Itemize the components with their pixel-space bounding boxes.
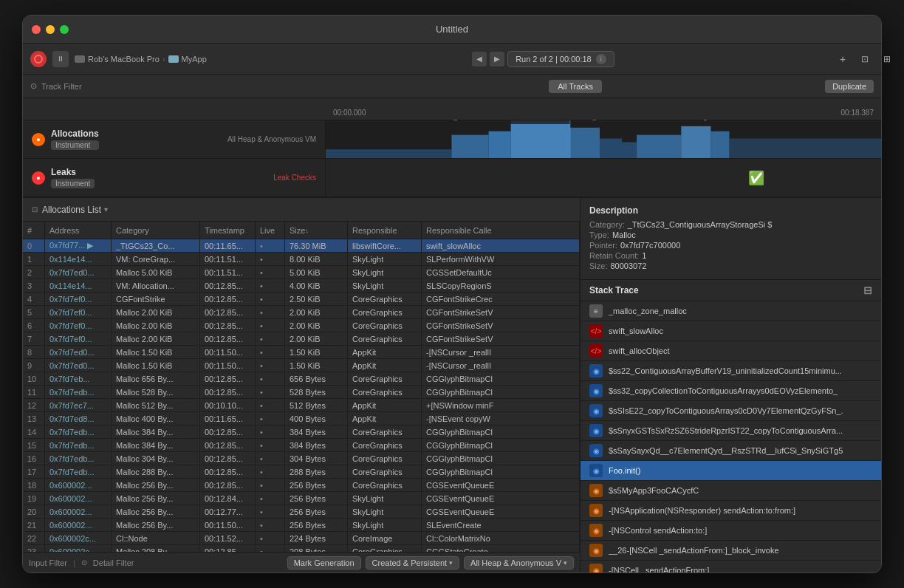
all-heap-button[interactable]: All Heap & Anonymous V ▾ [464, 556, 574, 570]
table-row[interactable]: 190x600002...Malloc 256 By...00:12.84...… [23, 492, 580, 505]
created-persistent-button[interactable]: Created & Persistent ▾ [366, 556, 460, 570]
stack-item[interactable]: ◉$sSnyxGSTsSxRzSZ6StrideRpzrIST22_copyTo… [581, 421, 881, 441]
stack-item[interactable]: ◉__26-[NSCell _sendActionFrom:]_block_in… [581, 541, 881, 561]
table-row[interactable]: 130x7fd7ed8...Malloc 400 By...00:11.65..… [23, 412, 580, 425]
timeline-start: 00:00.000 [333, 109, 366, 117]
stack-item[interactable]: </>swift_allocObject [581, 341, 881, 361]
th-timestamp[interactable]: Timestamp [200, 222, 256, 239]
list-chevron[interactable]: ▾ [104, 205, 108, 213]
allocations-list-title: Allocations List [42, 205, 101, 215]
table-row[interactable]: 80x7fd7ed0...Malloc 1.50 KiB00:11.50...•… [23, 346, 580, 359]
leaks-track: ● Leaks Instrument Leak Checks ✅ [23, 159, 881, 197]
desc-type-label: Type: [589, 230, 609, 239]
table-row[interactable]: 30x114e14...VM: Allocation...00:12.85...… [23, 279, 580, 293]
track-filter-label[interactable]: Track Filter [41, 82, 82, 91]
app-icon [168, 55, 179, 63]
split-button[interactable]: ⊡ [857, 51, 873, 67]
close-button[interactable] [32, 25, 41, 34]
table-row[interactable]: 110x7fd7edb...Malloc 528 By...00:12.85..… [23, 386, 580, 399]
table-row[interactable]: 100x7fd7eb...Malloc 656 By...00:12.85...… [23, 372, 580, 386]
filter-buttons: Mark Generation Created & Persistent ▾ A… [287, 556, 574, 570]
table-row[interactable]: 00x7fd77... ▶_TtGCs23_Co...00:11.65...•7… [23, 239, 580, 253]
stack-item-text: $s5MyApp3FooCACycfC [609, 486, 699, 495]
mark-generation-button[interactable]: Mark Generation [287, 556, 361, 570]
table-row[interactable]: 40x7fd7ef0...CGFontStrike00:12.85...•2.5… [23, 293, 580, 306]
stack-item[interactable]: ◉$ss22_ContiguousArrayBufferV19_uninitia… [581, 361, 881, 381]
stack-item-icon: ◉ [589, 364, 603, 377]
maximize-button[interactable] [60, 25, 69, 34]
table-row[interactable]: 20x7fd7ed0...Malloc 5.00 KiB00:11.51...•… [23, 266, 580, 279]
stack-item-text: -[NSCell _sendActionFrom:] [609, 566, 709, 572]
table-row[interactable]: 60x7fd7ef0...Malloc 2.00 KiB00:12.85...•… [23, 319, 580, 332]
prev-run-button[interactable]: ◀ [472, 52, 487, 66]
stack-item-icon: ◉ [589, 564, 603, 572]
allocations-badge[interactable]: Instrument [51, 140, 99, 150]
table-row[interactable]: 140x7fd7edb...Malloc 384 By...00:12.85..… [23, 425, 580, 439]
next-run-button[interactable]: ▶ [490, 52, 504, 66]
stack-item[interactable]: ◉$ss32_copyCollectionToContiguousArrayys… [581, 381, 881, 401]
stack-item-text: $sSnyxGSTsSxRzSZ6StrideRpzrIST22_copyToC… [609, 426, 843, 435]
window-title: Untitled [436, 24, 468, 35]
stack-item[interactable]: </>swift_slowAlloc [581, 321, 881, 341]
stack-item-text: __26-[NSCell _sendActionFrom:]_block_inv… [609, 546, 779, 555]
minimize-button[interactable] [46, 25, 55, 34]
toolbar: ⏸ Rob's MacBook Pro › MyApp ◀ ▶ Run 2 of… [23, 44, 881, 75]
table-row[interactable]: 160x7fd7edb...Malloc 304 By...00:12.85..… [23, 452, 580, 465]
stack-item[interactable]: ◉-[NSCell _sendActionFrom:] [581, 561, 881, 572]
record-button[interactable] [30, 51, 47, 67]
table-row[interactable]: 10x114e14...VM: CoreGrap...00:11.51...•8… [23, 253, 580, 266]
stack-item-text: _malloc_zone_malloc [609, 307, 687, 315]
th-responsible[interactable]: Responsible [348, 222, 422, 239]
add-button[interactable]: + [835, 51, 851, 67]
all-tracks-button[interactable]: All Tracks [549, 80, 602, 93]
stack-item[interactable]: ◉$sSIsE22_copyToContiguousArrays0cD0Vy7E… [581, 401, 881, 421]
stack-item-icon: </> [589, 324, 603, 338]
table-row[interactable]: 50x7fd7ef0...Malloc 2.00 KiB00:12.85...•… [23, 306, 580, 319]
leaks-badge[interactable]: Instrument [51, 179, 95, 188]
table-row[interactable]: 230x600002c...Malloc 208 By...00:12.85..… [23, 545, 580, 552]
stack-item[interactable]: ◉$s5MyApp3FooCACycfC [581, 481, 881, 501]
th-num[interactable]: # [23, 222, 45, 239]
th-category[interactable]: Category [112, 222, 200, 239]
input-filter-label: Input Filter [29, 558, 67, 567]
detail-filter-icon: ⊙ [81, 558, 87, 567]
stack-item[interactable]: ◉$sSaySayxQd__c7ElementQyd__RszSTRd__luf… [581, 441, 881, 461]
th-address[interactable]: Address [45, 222, 112, 239]
th-size[interactable]: Size [285, 222, 348, 239]
table-body: 00x7fd77... ▶_TtGCs23_Co...00:11.65...•7… [23, 239, 580, 552]
desc-row-size: Size: 80003072 [589, 261, 872, 270]
pause-button[interactable]: ⏸ [52, 51, 69, 67]
timeline-scale: 00:00.000 00:18.387 P P P [326, 117, 881, 120]
allocations-chart[interactable] [326, 120, 881, 158]
stack-item[interactable]: ◉-[NSControl sendAction:to:] [581, 521, 881, 541]
allocations-name: Allocations [51, 129, 99, 139]
table-row[interactable]: 210x600002...Malloc 256 By...00:11.50...… [23, 519, 580, 532]
table-row[interactable]: 70x7fd7ef0...Malloc 2.00 KiB00:12.85...•… [23, 332, 580, 346]
track-filter-left: ⊙ Track Filter [23, 81, 326, 91]
stack-list: ≡_malloc_zone_malloc</>swift_slowAlloc</… [581, 301, 881, 572]
leaks-chart[interactable]: ✅ [326, 159, 881, 196]
stack-item-text: swift_allocObject [609, 346, 670, 355]
svg-rect-8 [637, 135, 681, 158]
table-row[interactable]: 220x600002c...Cl::Node00:11.52...•224 By… [23, 532, 580, 545]
duplicate-button[interactable]: Duplicate [825, 80, 874, 93]
breadcrumb-device[interactable]: Rob's MacBook Pro [88, 55, 160, 64]
stack-item-icon: ◉ [589, 524, 603, 537]
table-row[interactable]: 150x7fd7edb...Malloc 384 By...00:12.85..… [23, 439, 580, 452]
table-row[interactable]: 180x600002...Malloc 256 By...00:12.85...… [23, 479, 580, 492]
info-icon[interactable]: i [596, 54, 606, 64]
breadcrumb-app[interactable]: MyApp [182, 55, 207, 64]
table-row[interactable]: 120x7fd7ec7...Malloc 512 By...00:10.10..… [23, 399, 580, 412]
th-live[interactable]: Live [256, 222, 285, 239]
table-row[interactable]: 170x7fd7edb...Malloc 288 By...00:12.85..… [23, 465, 580, 479]
stack-item[interactable]: ◉Foo.init() [581, 461, 881, 481]
th-responsible-caller[interactable]: Responsible Calle [422, 222, 580, 239]
table-row[interactable]: 90x7fd7ed0...Malloc 1.50 KiB00:11.50...•… [23, 359, 580, 372]
stack-item-icon: ◉ [589, 444, 603, 457]
table-row[interactable]: 200x600002...Malloc 256 By...00:12.77...… [23, 505, 580, 519]
leaks-icon: ● [32, 171, 45, 185]
stack-item[interactable]: ◉-[NSApplication(NSResponder) sendAction… [581, 501, 881, 521]
stack-trace-title: Stack Trace [589, 285, 639, 295]
layout-button[interactable]: ⊞ [879, 51, 882, 67]
stack-item[interactable]: ≡_malloc_zone_malloc [581, 301, 881, 321]
